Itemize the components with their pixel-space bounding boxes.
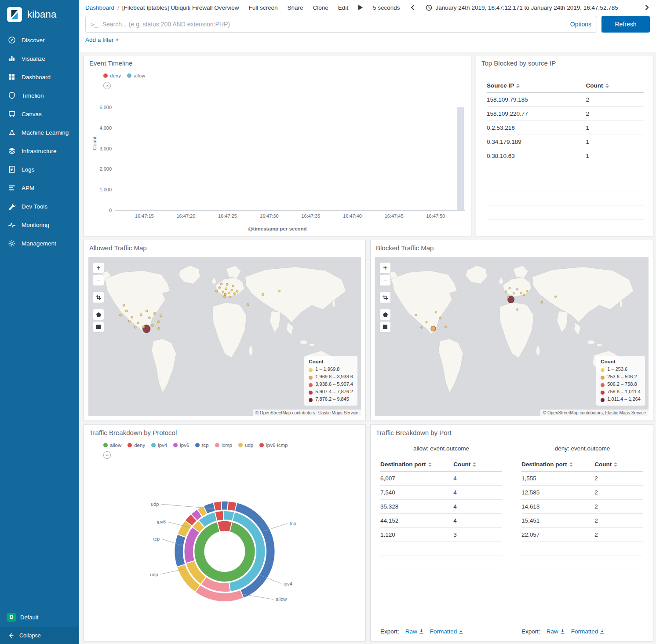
- legend-item-icmp[interactable]: icmp: [215, 443, 232, 448]
- empty-row: [521, 570, 643, 584]
- protocol-sunburst[interactable]: udpipv6tcpudptcpipv4allow: [91, 472, 359, 627]
- sidebar-item-discover[interactable]: Discover: [0, 31, 79, 49]
- legend-collapse-button[interactable]: [103, 82, 111, 89]
- draw-rectangle-button[interactable]: [93, 321, 104, 333]
- legend-item-ipv6[interactable]: ipv6: [173, 443, 189, 448]
- draw-polygon-button[interactable]: [379, 309, 391, 320]
- legend-item-5,907.4 – 7,876.2[interactable]: 5,907.4 – 7,876.2: [309, 388, 353, 395]
- column-header-destination-port[interactable]: Destination port: [380, 457, 453, 472]
- sidebar-item-monitoring[interactable]: Monitoring: [0, 216, 79, 234]
- sidebar-item-canvas[interactable]: Canvas: [0, 105, 79, 123]
- space-selector[interactable]: D Default: [0, 607, 79, 627]
- blocked-map-canvas[interactable]: + − Count 1 – 253.6253.6 – 506.2506.2 – …: [375, 257, 649, 416]
- clock-icon: [426, 4, 432, 11]
- sidebar-item-machine-learning[interactable]: Machine Learning: [0, 123, 79, 142]
- edit-button[interactable]: Edit: [338, 4, 348, 11]
- legend-item-deny[interactable]: deny: [128, 443, 145, 448]
- legend-swatch: [601, 391, 605, 395]
- play-refresh-icon[interactable]: [358, 4, 363, 11]
- legend-swatch: [309, 368, 313, 372]
- refresh-interval[interactable]: 5 seconds: [373, 4, 400, 11]
- allowed-map-canvas[interactable]: + − Count 1 – 1,969.81,969.8 – 3,938.63,…: [88, 257, 361, 416]
- table-row: 7,5404: [380, 486, 502, 500]
- search-input[interactable]: [102, 21, 566, 28]
- legend-collapse-button[interactable]: [103, 451, 111, 459]
- legend-item-ipv6-icmp[interactable]: ipv6-icmp: [259, 443, 288, 448]
- chevron-right-icon[interactable]: [644, 4, 650, 11]
- sunburst-segment-tcp[interactable]: [221, 501, 228, 510]
- column-header-count[interactable]: Count: [586, 78, 644, 93]
- empty-row: [380, 542, 502, 556]
- map-dot: [225, 288, 227, 290]
- sidebar-item-visualize[interactable]: Visualize: [0, 49, 79, 68]
- map-dot: [222, 291, 224, 293]
- legend-item-allow[interactable]: allow: [103, 443, 121, 448]
- legend-item-1,011.4 – 1,264[interactable]: 1,011.4 – 1,264: [601, 395, 641, 403]
- export-raw-link[interactable]: Raw: [405, 628, 424, 635]
- sidebar-item-dev-tools[interactable]: Dev Tools: [0, 197, 79, 216]
- sunburst-segment-deny[interactable]: [217, 521, 232, 532]
- query-options-link[interactable]: Options: [570, 21, 591, 28]
- column-header-count[interactable]: Count: [453, 457, 502, 472]
- full-screen-button[interactable]: Full screen: [248, 4, 277, 11]
- legend-item-deny[interactable]: deny: [103, 73, 121, 78]
- legend-item-1 – 253.6[interactable]: 1 – 253.6: [601, 366, 641, 373]
- map-dot: [421, 326, 423, 329]
- column-header-destination-port[interactable]: Destination port: [521, 457, 594, 472]
- fit-bounds-button[interactable]: [93, 292, 104, 303]
- sidebar-item-dashboard[interactable]: Dashboard: [0, 68, 79, 86]
- zoom-out-button[interactable]: −: [93, 274, 104, 286]
- map-dot: [247, 304, 249, 306]
- legend-item-1,969.8 – 3,938.6[interactable]: 1,969.8 – 3,938.6: [309, 373, 353, 381]
- breadcrumb-dashboard-link[interactable]: Dashboard: [85, 4, 114, 11]
- sidebar-item-logs[interactable]: Logs: [0, 160, 79, 179]
- clone-button[interactable]: Clone: [313, 4, 328, 11]
- share-button[interactable]: Share: [287, 4, 303, 11]
- timelion-icon: [8, 91, 16, 99]
- time-range-picker[interactable]: January 24th 2019, 16:47:12.171 to Janua…: [426, 4, 618, 11]
- top-blocked-table: Source IP Count 158.109.79.1852158.109.2…: [487, 78, 644, 220]
- map-dot: [120, 314, 122, 316]
- draw-polygon-button[interactable]: [93, 309, 104, 320]
- legend-item-3,938.6 – 5,907.4[interactable]: 3,938.6 – 5,907.4: [309, 381, 353, 388]
- export-formatted-link[interactable]: Formatted: [571, 628, 605, 635]
- legend-item-253.6 – 506.2[interactable]: 253.6 – 506.2: [601, 373, 641, 381]
- add-filter-button[interactable]: Add a filter +: [85, 37, 119, 43]
- map-dot: [415, 314, 417, 316]
- kibana-logo[interactable]: kibana: [0, 0, 79, 31]
- legend-item-1 – 1,969.8[interactable]: 1 – 1,969.8: [309, 366, 353, 373]
- export-formatted-link[interactable]: Formatted: [430, 628, 464, 635]
- legend-item-ipv4[interactable]: ipv4: [151, 443, 167, 448]
- sunburst-segment-ipv4[interactable]: [223, 511, 235, 521]
- legend-item-tcp[interactable]: tcp: [195, 443, 208, 448]
- empty-row: [380, 584, 502, 598]
- legend-item-506.2 – 758.8[interactable]: 506.2 – 758.8: [601, 381, 641, 388]
- legend-item-allow[interactable]: allow: [127, 73, 145, 78]
- legend-item-758.8 – 1,011.4[interactable]: 758.8 – 1,011.4: [601, 388, 641, 395]
- legend-swatch: [259, 443, 264, 447]
- zoom-out-button[interactable]: −: [379, 274, 391, 286]
- x-axis-label: @timestamp per second: [248, 226, 306, 231]
- table-row: 1,1203: [380, 528, 502, 542]
- sidebar-collapse-button[interactable]: Collapse: [0, 627, 79, 644]
- zoom-in-button[interactable]: +: [93, 262, 104, 274]
- sunburst-segment-deny[interactable]: [228, 501, 237, 511]
- zoom-in-button[interactable]: +: [379, 262, 391, 274]
- panel-top-blocked: Top Blocked by source IP Source IP Count…: [476, 55, 653, 236]
- draw-rectangle-button[interactable]: [379, 321, 391, 333]
- fit-bounds-button[interactable]: [379, 292, 391, 303]
- map-dot: [131, 316, 133, 318]
- legend-item-7,876.2 – 9,845[interactable]: 7,876.2 – 9,845: [309, 395, 353, 403]
- chevron-left-icon[interactable]: [410, 4, 416, 11]
- refresh-button[interactable]: Refresh: [601, 16, 650, 33]
- sidebar-item-timelion[interactable]: Timelion: [0, 86, 79, 105]
- column-header-source-ip[interactable]: Source IP: [487, 78, 586, 93]
- legend-item-udp[interactable]: udp: [238, 443, 253, 448]
- sidebar-item-infrastructure[interactable]: Infrastructure: [0, 142, 79, 160]
- sidebar-item-apm[interactable]: APM: [0, 179, 79, 197]
- sidebar-item-management[interactable]: Management: [0, 234, 79, 252]
- map-dot: [128, 320, 131, 322]
- export-raw-link[interactable]: Raw: [547, 628, 565, 635]
- column-header-count[interactable]: Count: [594, 457, 643, 472]
- map-attribution: © OpenStreetMap contributors, Elastic Ma…: [253, 410, 361, 416]
